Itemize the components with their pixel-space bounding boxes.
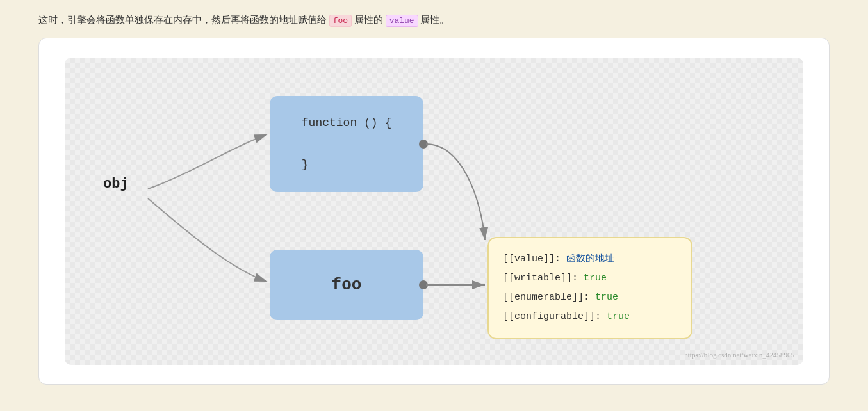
enumerable-value: true [589,292,618,303]
value-inline-code: value [386,15,418,27]
writable-label: [[writable]]: [503,273,578,284]
configurable-label: [[configurable]]: [503,311,601,322]
prop-writable-row: [[writable]]: true [503,269,677,288]
function-box-text: function () { } [302,113,391,175]
properties-box: [[value]]: 函数的地址 [[writable]]: true [[en… [487,237,692,339]
writable-value: true [578,273,607,284]
arrows-svg [65,58,803,365]
enumerable-label: [[enumerable]]: [503,292,589,303]
diagram-area: obj function () { } foo [[value]]: 函数的地址… [65,58,803,365]
function-box-dot [419,140,428,149]
configurable-value: true [601,311,630,322]
value-label: [[value]]: [503,254,561,264]
watermark: https://blog.csdn.net/weixin_42458905 [684,351,794,359]
prop-enumerable-row: [[enumerable]]: true [503,288,677,307]
suffix-text: 属性。 [418,15,450,25]
function-to-props-arrow [426,144,485,240]
foo-box-text: foo [332,275,362,294]
middle-text: 属性的 [352,15,386,25]
foo-box: foo [270,250,423,320]
obj-to-foo-arrow [148,198,267,282]
diagram-container: obj function () { } foo [[value]]: 函数的地址… [38,38,830,385]
value-value: 函数的地址 [561,254,614,264]
obj-to-function-arrow [148,134,267,189]
function-box: function () { } [270,96,423,192]
prefix-text: 这时，引擎会将函数单独保存在内存中，然后再将函数的地址赋值给 [38,15,329,25]
prop-configurable-row: [[configurable]]: true [503,307,677,326]
foo-inline-code: foo [329,15,352,27]
obj-label: obj [103,176,129,192]
description-text: 这时，引擎会将函数单独保存在内存中，然后再将函数的地址赋值给 foo 属性的 v… [38,12,830,29]
prop-value-row: [[value]]: 函数的地址 [503,250,677,269]
foo-box-dot [419,280,428,289]
